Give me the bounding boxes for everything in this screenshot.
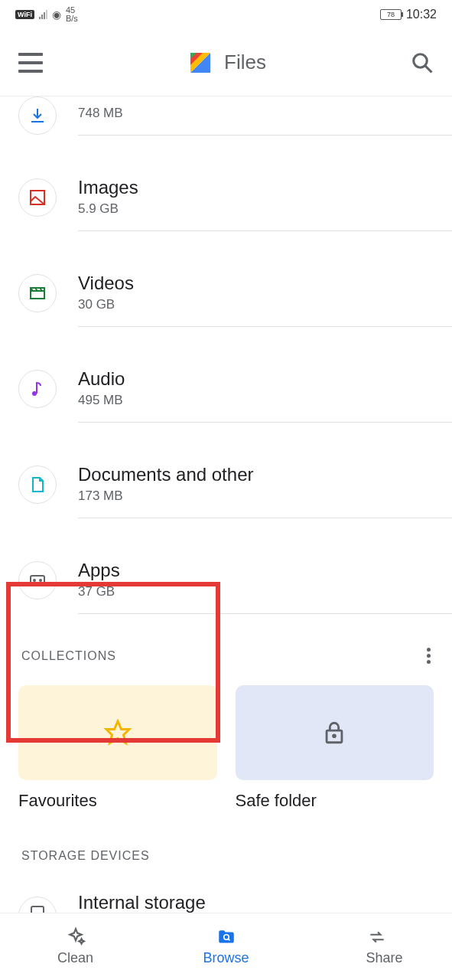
svg-rect-16 [31,906,44,913]
lock-icon [321,720,347,746]
svg-rect-10 [31,576,44,585]
app-title: Files [224,51,266,74]
phone-icon [18,897,57,913]
image-icon [18,178,57,217]
apps-icon [18,561,57,599]
folder-search-icon [216,927,236,947]
svg-line-5 [425,65,432,72]
nav-clean[interactable]: Clean [0,913,151,980]
collections-header: COLLECTIONS [0,628,452,675]
category-documents[interactable]: Documents and other 173 MB [0,436,452,532]
category-videos[interactable]: Videos 30 GB [0,245,452,341]
audio-icon [18,370,57,408]
category-images[interactable]: Images 5.9 GB [0,149,452,245]
sparkle-icon [66,927,86,947]
category-size: 748 MB [78,106,452,121]
svg-marker-13 [106,721,129,743]
category-name: Documents and other [78,464,452,485]
category-list: 748 MB Images 5.9 GB Videos 30 GB Audio … [0,96,452,628]
nav-label: Share [366,950,402,966]
category-audio[interactable]: Audio 495 MB [0,341,452,436]
wifi-icon: ◉ [52,8,61,21]
section-title: STORAGE DEVICES [21,849,150,863]
storage-internal[interactable]: Internal storage 11 GB free [0,871,452,913]
clock: 10:32 [406,8,437,21]
svg-point-12 [40,580,41,581]
collection-safe-folder[interactable]: Safe folder [236,685,434,811]
category-name: Apps [78,560,452,581]
nav-share[interactable]: Share [301,913,452,980]
video-icon [18,274,57,312]
battery-icon: 78 [380,9,402,20]
svg-point-11 [34,580,35,581]
status-bar: WiFi ◉ 45 B/s 78 10:32 [0,0,452,29]
signal-icon [39,10,47,19]
document-icon [18,466,57,504]
svg-point-15 [333,735,336,737]
network-speed: 45 B/s [66,6,78,23]
bottom-nav: Clean Browse Share [0,913,452,980]
storage-header: STORAGE DEVICES [0,826,452,871]
category-size: 30 GB [78,297,452,312]
category-downloads[interactable]: 748 MB [0,96,452,149]
menu-button[interactable] [18,53,43,73]
category-size: 37 GB [78,584,452,599]
collection-favourites[interactable]: Favourites [18,685,217,811]
files-logo-icon [187,50,213,76]
category-name: Images [78,177,452,198]
category-size: 495 MB [78,393,452,408]
category-size: 5.9 GB [78,201,452,217]
nav-label: Clean [57,950,93,966]
category-name: Videos [78,273,452,294]
star-icon [104,719,132,746]
collection-label: Safe folder [236,791,434,811]
category-size: 173 MB [78,488,452,504]
category-apps[interactable]: Apps 37 GB [0,532,452,628]
svg-rect-9 [36,383,37,394]
svg-point-4 [414,54,428,67]
section-title: COLLECTIONS [21,649,116,663]
storage-name: Internal storage [78,892,452,913]
collection-label: Favourites [18,791,217,811]
nav-label: Browse [203,950,249,966]
swap-icon [367,927,387,947]
nav-browse[interactable]: Browse [151,913,301,980]
download-icon [18,96,57,135]
search-button[interactable] [411,51,434,74]
more-button[interactable] [424,645,434,667]
app-bar: Files [0,29,452,96]
wifi-badge: WiFi [15,10,34,19]
category-name: Audio [78,368,452,390]
